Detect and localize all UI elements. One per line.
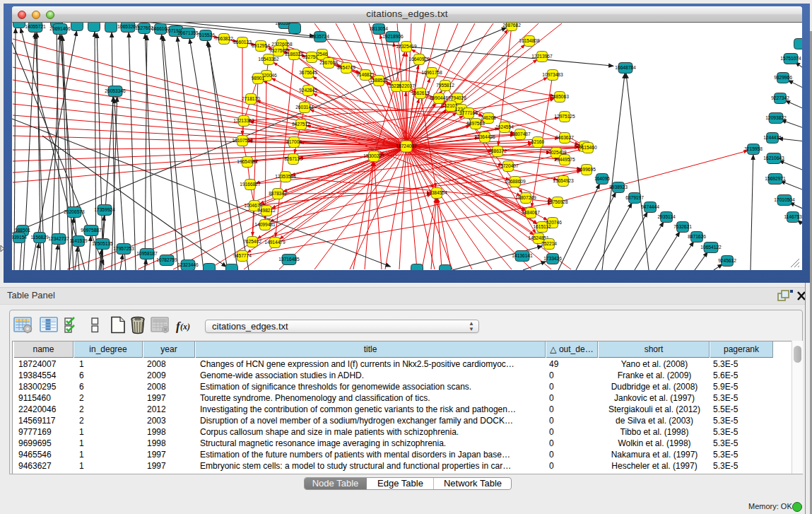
svg-text:8813054: 8813054 [370,26,388,31]
svg-text:9146821: 9146821 [356,72,375,77]
svg-text:7625402: 7625402 [243,239,261,244]
svg-text:2603144: 2603144 [295,105,314,110]
svg-text:12323446: 12323446 [177,262,199,267]
svg-text:90975887: 90975887 [81,228,102,233]
svg-text:9463627: 9463627 [555,135,574,140]
svg-text:7632621: 7632621 [673,224,692,229]
svg-text:2367608: 2367608 [319,60,338,65]
svg-text:8471626: 8471626 [688,234,706,239]
svg-text:6897568: 6897568 [466,121,485,126]
svg-text:12975125: 12975125 [554,114,575,119]
svg-text:12353594: 12353594 [275,174,296,179]
svg-text:9498212: 9498212 [257,208,276,213]
svg-text:18807249: 18807249 [515,195,536,200]
svg-text:9227342: 9227342 [771,95,789,100]
svg-text:10671355: 10671355 [177,30,199,35]
svg-text:16543362: 16543362 [258,57,279,62]
svg-text:9329966: 9329966 [774,75,792,80]
svg-text:12342737: 12342737 [48,236,69,241]
svg-text:10107553: 10107553 [232,138,253,143]
svg-text:15751074: 15751074 [780,56,801,61]
svg-text:1146753: 1146753 [784,214,802,219]
svg-text:13654923: 13654923 [553,178,574,183]
svg-text:19218906: 19218906 [382,34,404,39]
svg-text:6379197: 6379197 [625,195,644,200]
svg-text:10958187: 10958187 [136,251,158,256]
svg-text:17957253: 17957253 [113,246,134,251]
svg-text:21364436: 21364436 [474,134,495,139]
svg-text:23449575: 23449575 [554,157,575,162]
svg-text:17010504: 17010504 [774,197,795,202]
svg-text:2546: 2546 [317,52,328,57]
svg-text:7835724: 7835724 [311,34,329,39]
svg-text:3215958: 3215958 [744,146,763,151]
svg-text:98901: 98901 [252,76,265,81]
svg-text:14136141: 14136141 [512,253,533,258]
svg-text:(x): (x) [180,322,190,332]
svg-text:9115460: 9115460 [579,145,597,150]
svg-text:18724007: 18724007 [396,144,417,148]
svg-text:15300237: 15300237 [363,153,384,158]
svg-text:17359924: 17359924 [94,207,115,212]
svg-text:10688609: 10688609 [505,179,526,184]
svg-text:8267130: 8267130 [284,156,302,161]
svg-text:19166827: 19166827 [240,182,261,187]
svg-text:7386372: 7386372 [488,148,507,153]
svg-text:14055721: 14055721 [25,24,46,29]
svg-text:19654982: 19654982 [237,159,258,164]
svg-text:12325419: 12325419 [396,44,417,49]
svg-text:26053346: 26053346 [105,88,126,93]
svg-text:12505135: 12505135 [92,241,113,246]
svg-text:8660123: 8660123 [233,40,252,45]
svg-text:8912954: 8912954 [252,43,270,48]
svg-text:817004: 817004 [286,139,302,144]
svg-text:8454749: 8454749 [337,65,355,70]
svg-text:16648784: 16648784 [615,65,636,70]
svg-text:9474444: 9474444 [641,204,659,209]
svg-text:12213363: 12213363 [233,118,254,123]
svg-text:9242845: 9242845 [299,88,317,93]
svg-text:15692971: 15692971 [765,176,786,181]
svg-text:9457774: 9457774 [233,253,252,258]
svg-text:1156829: 1156829 [30,235,49,240]
svg-text:8990448: 8990448 [430,95,448,100]
svg-text:1615112: 1615112 [533,224,551,229]
svg-text:2718170: 2718170 [242,96,260,101]
svg-text:12213967: 12213967 [531,54,553,59]
svg-text:746266: 746266 [481,115,496,120]
svg-text:1244415: 1244415 [763,135,782,140]
svg-text:3675645: 3675645 [299,70,317,75]
svg-text:8938923: 8938923 [609,185,628,189]
svg-text:10782759: 10782759 [156,257,177,262]
svg-text:252214: 252214 [541,241,557,246]
svg-text:15720407: 15720407 [498,163,519,168]
svg-text:10807487: 10807487 [510,132,531,136]
svg-text:9484067: 9484067 [522,210,540,215]
svg-text:16961758: 16961758 [421,70,442,75]
svg-text:2087682: 2087682 [502,23,521,28]
svg-text:10973483: 10973483 [542,72,563,77]
svg-text:19384554: 19384554 [426,190,447,195]
svg-text:9245612: 9245612 [718,258,736,263]
svg-text:13716485: 13716485 [278,257,300,262]
svg-text:10654122: 10654122 [700,245,722,250]
svg-text:20691406: 20691406 [49,26,71,31]
svg-text:9794028: 9794028 [448,95,466,100]
svg-text:9777169: 9777169 [459,110,478,115]
svg-text:939154: 939154 [12,235,27,240]
svg-text:20206578: 20206578 [64,209,85,214]
svg-text:8186328: 8186328 [285,52,303,57]
svg-text:14914479: 14914479 [264,240,286,245]
svg-text:164095: 164095 [594,176,610,181]
svg-text:7515526: 7515526 [196,33,215,37]
svg-text:1588520: 1588520 [370,78,388,83]
svg-text:1141519: 1141519 [69,238,88,243]
svg-text:1562615: 1562615 [411,90,430,95]
svg-text:19756928: 19756928 [547,199,568,204]
svg-text:62160: 62160 [531,139,545,144]
svg-text:9699695: 9699695 [577,167,596,172]
svg-text:16154808: 16154808 [519,38,540,43]
svg-text:16640910: 16640910 [408,57,430,62]
svg-text:2935114: 2935114 [657,214,676,219]
svg-text:14099481: 14099481 [254,222,276,227]
